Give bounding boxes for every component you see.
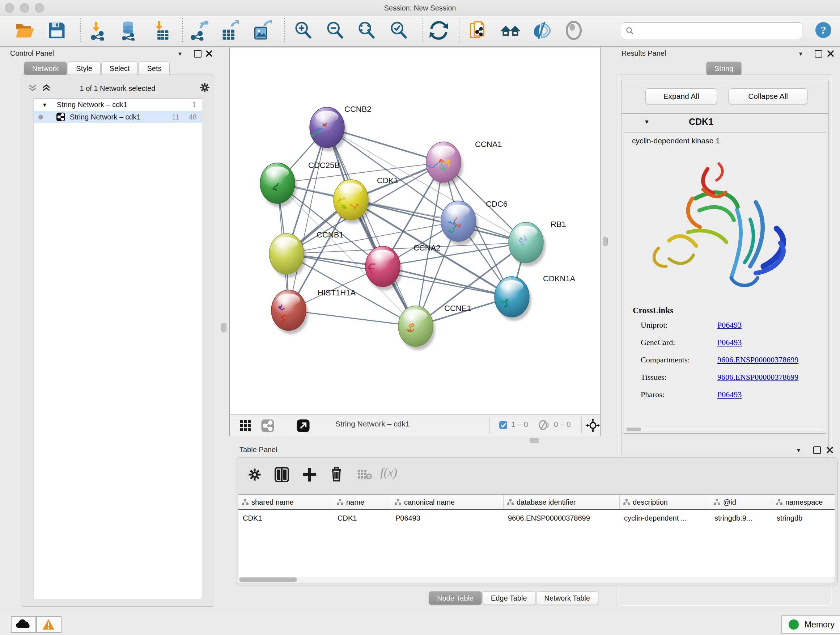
grid-view-icon[interactable] [239, 420, 251, 432]
crosslink-link[interactable]: P06493 [717, 320, 742, 330]
network-node-RB1[interactable]: RB1 [508, 220, 566, 266]
hide-visibility-icon[interactable] [531, 20, 552, 41]
string-import-icon[interactable] [468, 20, 488, 41]
cloud-button[interactable] [11, 616, 36, 633]
table-gear-icon[interactable] [248, 468, 262, 481]
column-header-namespace[interactable]: namespace [772, 495, 840, 509]
network-node-CDKN1A[interactable]: CDKN1A [494, 274, 576, 321]
protein-detail-box: cyclin-dependent kinase 1 [624, 133, 826, 434]
export-table-icon[interactable] [219, 20, 240, 41]
tree-expand-icon[interactable]: ▼ [42, 102, 47, 108]
column-header-shared-name[interactable]: shared name [238, 495, 333, 509]
network-node-CDC6[interactable]: CDC6 [441, 200, 508, 245]
zoom-selected-icon[interactable] [388, 20, 409, 41]
network-share-icon[interactable] [261, 419, 275, 432]
refresh-icon[interactable] [429, 20, 449, 41]
results-panel-close-icon[interactable] [827, 50, 834, 57]
crosslink-link[interactable]: P06493 [717, 338, 742, 347]
add-column-icon[interactable] [302, 467, 317, 482]
network-node-CCNA2[interactable]: CCNA2 [365, 243, 441, 290]
export-network-icon[interactable] [188, 20, 209, 41]
network-row-selected[interactable]: String Network – cdk1 11 48 [34, 111, 202, 123]
import-table-icon[interactable] [151, 20, 172, 41]
tab-node-table[interactable]: Node Table [429, 591, 482, 605]
selected-checkbox-icon[interactable] [499, 421, 508, 429]
node-label: CCNB2 [344, 105, 371, 114]
tab-edge-table[interactable]: Edge Table [483, 591, 535, 605]
window-minimize-button[interactable] [20, 3, 29, 13]
table-row[interactable]: CDK1CDK1P064939606.ENSP00000378699cyclin… [238, 510, 835, 526]
column-header-canonical-name[interactable]: canonical name [391, 495, 504, 509]
warning-button[interactable] [36, 616, 62, 633]
window-close-button[interactable] [5, 3, 14, 13]
collapse-all-button[interactable]: Collapse All [729, 88, 807, 104]
results-panel-collapse-icon[interactable]: ▼ [798, 51, 804, 57]
table-header-row[interactable]: shared namenamecanonical namedatabase id… [238, 494, 835, 510]
open-in-window-icon[interactable] [296, 419, 310, 432]
crosslink-link[interactable]: 9606.ENSP00000378699 [717, 355, 798, 364]
home-icon[interactable] [500, 20, 521, 41]
network-list: ▼ String Network – cdk1 1 String Network… [34, 98, 202, 599]
control-panel-collapse-icon[interactable]: ▼ [177, 51, 183, 57]
save-session-icon[interactable] [47, 20, 67, 41]
protein-collapse-icon[interactable]: ▼ [644, 119, 650, 125]
protein-description: cyclin-dependent kinase 1 [632, 136, 720, 145]
toolbar-separator [182, 18, 183, 43]
column-header-description[interactable]: description [620, 495, 710, 509]
import-network-icon[interactable] [88, 20, 108, 41]
table-hscrollbar-thumb[interactable] [239, 578, 297, 582]
memory-button[interactable]: Memory [782, 616, 840, 633]
results-panel-float-icon[interactable] [815, 50, 822, 57]
table-panel: Table Panel ▼ f(x) shared namenamecanoni… [232, 443, 840, 612]
network-node-CCNE1[interactable]: CCNE1 [398, 304, 471, 350]
network-node-CDK1[interactable]: CDK1 [333, 176, 398, 224]
right-splitter-handle[interactable] [603, 237, 608, 246]
crosslink-link[interactable]: 9606.ENSP00000378699 [717, 372, 798, 382]
tab-network[interactable]: Network [24, 62, 67, 75]
table-panel-close-icon[interactable] [826, 447, 834, 454]
zoom-in-icon[interactable] [293, 20, 313, 41]
tab-sets[interactable]: Sets [139, 62, 170, 75]
column-header-database-identifier[interactable]: database identifier [504, 495, 620, 509]
control-panel-close-icon[interactable] [205, 50, 213, 57]
show-visibility-icon[interactable] [564, 20, 584, 41]
control-panel-float-icon[interactable] [194, 50, 202, 57]
zoom-out-icon[interactable] [325, 20, 345, 41]
tab-network-table[interactable]: Network Table [536, 591, 598, 605]
column-header-name[interactable]: name [333, 495, 391, 509]
protein-hscrollbar[interactable] [625, 427, 824, 432]
open-session-icon[interactable] [14, 20, 35, 41]
expand-all-button[interactable]: Expand All [645, 88, 717, 104]
toolbar-separator [80, 18, 81, 43]
network-node-CCNA1[interactable]: CCNA1 [426, 140, 502, 186]
show-columns-icon[interactable] [275, 467, 289, 482]
delete-column-icon[interactable] [330, 466, 343, 482]
zoom-fit-icon[interactable] [356, 20, 377, 41]
left-splitter-handle[interactable] [221, 323, 226, 333]
tab-string[interactable]: String [706, 62, 742, 75]
table-panel-collapse-icon[interactable]: ▼ [796, 447, 801, 453]
table-hscrollbar[interactable] [237, 577, 835, 583]
table-body: CDK1CDK1P064939606.ENSP00000378699cyclin… [238, 510, 835, 578]
column-header-@id[interactable]: @id [710, 495, 772, 509]
tab-select[interactable]: Select [101, 62, 138, 75]
function-builder-icon: f(x) [380, 466, 397, 479]
import-database-icon[interactable] [118, 20, 138, 41]
crosslink-label: Uniprot: [641, 320, 717, 330]
network-node-CDC25B[interactable]: CDC25B [260, 161, 340, 207]
crosslink-link[interactable]: P06493 [717, 390, 742, 399]
window-zoom-button[interactable] [35, 3, 44, 13]
title-bar: Session: New Session [0, 0, 840, 16]
bottom-splitter-handle[interactable] [530, 438, 539, 443]
gear-icon[interactable] [199, 82, 210, 93]
export-image-icon[interactable] [252, 20, 272, 41]
help-icon[interactable]: ? [815, 21, 832, 39]
tab-style[interactable]: Style [68, 62, 100, 75]
fit-content-icon[interactable] [586, 418, 600, 432]
network-collection-row[interactable]: ▼ String Network – cdk1 1 [34, 98, 202, 111]
network-node-HIST1H1A[interactable]: HIST1H1A [271, 288, 355, 334]
table-panel-float-icon[interactable] [813, 447, 821, 454]
network-node-CCNB2[interactable]: CCNB2 [309, 105, 371, 151]
search-input[interactable] [621, 22, 802, 39]
network-canvas[interactable]: CCNB2CCNA1CDC25BCDK1CDC6RB1CCNB1CCNA2CDK… [230, 48, 600, 414]
